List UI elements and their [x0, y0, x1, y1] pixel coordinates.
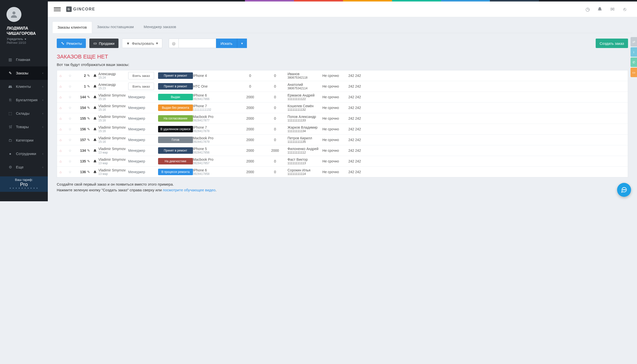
sidebar-item[interactable]: ⚙Еще‹ — [0, 160, 48, 174]
table-row[interactable]: ⌂☆1✎🔔︎Александр15:23Взять заказПринят в … — [57, 81, 628, 92]
filter-icon: ▼ — [126, 41, 130, 46]
star-icon[interactable]: ☆ — [69, 159, 74, 163]
edit-icon[interactable]: ✎ — [86, 95, 91, 99]
edit-icon[interactable]: ✎ — [86, 138, 91, 142]
star-icon[interactable]: ☆ — [69, 127, 74, 131]
home-icon: ⌂ — [60, 159, 69, 163]
tutorial-link[interactable]: посмотрите обучающее видео — [163, 188, 215, 192]
sidebar-item[interactable]: 🛒︎Товары‹ — [0, 120, 48, 134]
orders-table: ⌂☆2✎🔔︎Александр15:24Взять заказПринят в … — [57, 70, 628, 178]
star-icon[interactable]: ☆ — [69, 74, 74, 78]
star-icon[interactable]: ☆ — [69, 106, 74, 110]
sidebar-item[interactable]: 👥︎Клиенты‹ — [0, 80, 48, 93]
folder-icon: 🗀 — [7, 138, 14, 142]
mail-icon[interactable]: ✉ — [606, 6, 618, 12]
edit-icon[interactable]: ✎ — [86, 74, 91, 78]
edit-icon[interactable]: ✎ — [86, 148, 91, 152]
bell-icon[interactable]: 🔔︎ — [91, 74, 98, 78]
bell-icon[interactable]: 🔔︎ — [91, 127, 98, 131]
table-row[interactable]: ⌂☆157✎🔔︎Vladimir Smyrnov15:16МенеджерГот… — [57, 134, 628, 145]
home-icon: ⌂ — [60, 74, 69, 78]
side-tab[interactable]: ✆ — [630, 58, 637, 67]
home-icon: ⌂ — [60, 95, 69, 99]
home-icon: ⌂ — [60, 116, 69, 120]
sidebar-item[interactable]: ▥Главная — [0, 53, 48, 66]
sidebar-item[interactable]: ⎘Бухгалтерия‹ — [0, 93, 48, 107]
side-tab[interactable]: i — [630, 47, 637, 57]
bell-icon[interactable]: 🔔︎ — [91, 170, 98, 174]
take-order-button[interactable]: Взять заказ — [128, 82, 154, 90]
star-icon[interactable]: ☆ — [69, 148, 74, 152]
table-row[interactable]: ⌂☆2✎🔔︎Александр15:24Взять заказПринят в … — [57, 70, 628, 81]
clock-icon[interactable]: ◷ — [581, 6, 594, 12]
target-icon[interactable]: ◎ — [169, 38, 179, 48]
star-icon[interactable]: ☆ — [69, 95, 74, 99]
logout-icon[interactable]: ⎋ — [618, 6, 631, 12]
user-role[interactable]: Учредитель▾ — [0, 36, 48, 41]
sidebar-item[interactable]: ✎Заказы‹ — [0, 66, 48, 80]
tabs: Заказы клиентовЗаказы поставщикамМенедже… — [52, 21, 632, 33]
table-row[interactable]: ⌂☆134✎🔔︎Vladimir Smyrnov13 марМенеджерПр… — [57, 145, 628, 156]
bell-icon[interactable]: 🔔︎ — [91, 138, 98, 142]
logo[interactable]: GGINCORE — [66, 6, 95, 12]
star-icon[interactable]: ☆ — [69, 116, 74, 120]
side-tab[interactable]: ▭ — [630, 68, 637, 77]
edit-icon[interactable]: ✎ — [86, 170, 91, 174]
side-tab[interactable]: ⇄ — [630, 37, 637, 46]
search-dropdown[interactable]: ▾ — [237, 38, 247, 48]
sidebar: ЛЮДМИЛАЧИШАГОРОВА Учредитель▾ Рейтинг:10… — [0, 2, 48, 201]
search-button[interactable]: Искать — [216, 38, 237, 48]
bell-icon[interactable]: 🔔︎ — [594, 6, 606, 12]
chevron-left-icon: ‹ — [42, 85, 43, 88]
table-row[interactable]: ⌂☆144✎🔔︎Vladimir Smyrnov15:16МенеджерВыд… — [57, 92, 628, 102]
topbar: GGINCORE ◷ 🔔︎ ✉ ⎋ — [48, 2, 637, 17]
tab[interactable]: Заказы поставщикам — [92, 21, 139, 33]
table-row[interactable]: ⌂☆135✎🔔︎Vladimir Smyrnov13 марМенеджерНа… — [57, 156, 628, 166]
edit-icon[interactable]: ✎ — [86, 84, 91, 88]
table-row[interactable]: ⌂☆136✎🔔︎Vladimir Smyrnov13 марМенеджерВ … — [57, 166, 628, 177]
tab[interactable]: Менеджер заказов — [139, 21, 181, 33]
wrench-icon: 🔧︎ — [61, 41, 65, 46]
create-order-button[interactable]: Создать заказ — [596, 38, 628, 48]
menu-button[interactable] — [54, 6, 61, 13]
take-order-button[interactable]: Взять заказ — [128, 72, 154, 79]
sidebar-item[interactable]: ●Сотрудники‹ — [0, 147, 48, 160]
tariff-block[interactable]: Ваш тариф: Pro ● ● ● ● ● ● ● ● ● ● — [0, 176, 48, 192]
bell-icon[interactable]: 🔔︎ — [91, 95, 98, 99]
money-icon: ⎘ — [7, 98, 14, 102]
filter-button[interactable]: ▼Фильтровать▾ — [122, 38, 162, 48]
bell-icon[interactable]: 🔔︎ — [91, 106, 98, 110]
avatar[interactable] — [7, 7, 22, 22]
sales-button[interactable]: ▭Продажи — [89, 38, 119, 48]
edit-icon[interactable]: ✎ — [86, 106, 91, 110]
star-icon[interactable]: ☆ — [69, 170, 74, 174]
repairs-button[interactable]: 🔧︎Ремонты — [57, 38, 86, 48]
home-icon: ⌂ — [60, 127, 69, 131]
bell-icon[interactable]: 🔔︎ — [91, 159, 98, 164]
home-icon: ⌂ — [60, 148, 69, 152]
table-row[interactable]: ⌂☆154✎🔔︎Vladimir Smyrnov15:16МенеджерВыд… — [57, 102, 628, 113]
edit-icon[interactable]: ✎ — [86, 116, 91, 120]
svg-point-3 — [625, 189, 625, 190]
search-input[interactable] — [179, 38, 216, 48]
sidebar-item[interactable]: ⬚Склады‹ — [0, 107, 48, 120]
table-row[interactable]: ⌂☆155✎🔔︎Vladimir Smyrnov15:16МенеджерНа … — [57, 113, 628, 124]
edit-icon[interactable]: ✎ — [86, 127, 91, 131]
chat-button[interactable] — [617, 183, 631, 197]
sidebar-item[interactable]: 🗀Категории — [0, 134, 48, 147]
home-icon: ⌂ — [60, 84, 69, 88]
bell-icon[interactable]: 🔔︎ — [91, 84, 98, 88]
tab[interactable]: Заказы клиентов — [52, 22, 92, 33]
star-icon[interactable]: ☆ — [69, 84, 74, 88]
edit-icon[interactable]: ✎ — [86, 159, 91, 163]
star-icon[interactable]: ☆ — [69, 138, 74, 142]
chevron-left-icon: ‹ — [42, 125, 43, 129]
box-icon: ⬚ — [7, 111, 14, 116]
bell-icon[interactable]: 🔔︎ — [91, 116, 98, 121]
chevron-left-icon: ‹ — [42, 166, 43, 169]
bell-icon[interactable]: 🔔︎ — [91, 148, 98, 153]
table-row[interactable]: ⌂☆156✎🔔︎Vladimir Smyrnov15:16МенеджерВ у… — [57, 124, 628, 134]
status-badge: Принят в ремонт — [158, 72, 193, 79]
bar-icon: ▥ — [7, 58, 14, 62]
status-badge: Принят в ремонт — [158, 147, 193, 154]
